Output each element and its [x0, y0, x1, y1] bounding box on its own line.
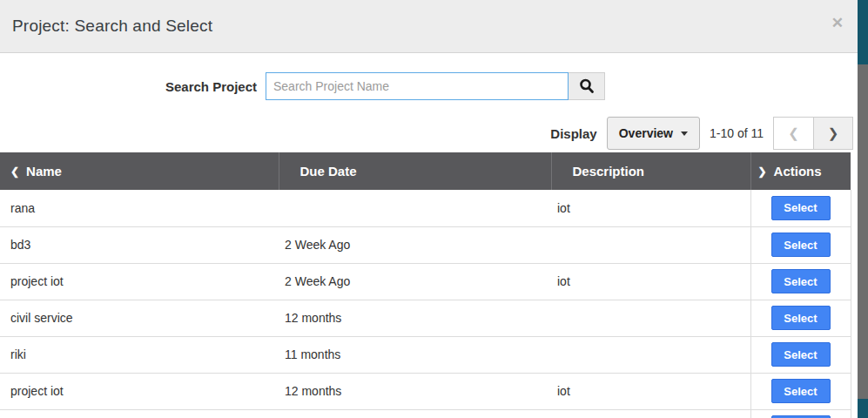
- table-row: riki 11 months Select: [0, 336, 851, 373]
- display-dropdown-value: Overview: [619, 126, 673, 140]
- cell-actions: Select: [750, 263, 851, 300]
- table-row: project iot 2 Week Ago iot Select: [0, 263, 851, 300]
- column-header-description[interactable]: Description: [551, 152, 750, 190]
- cell-project-name: project iot: [0, 373, 279, 409]
- chevron-right-icon: ❯: [828, 125, 839, 141]
- cell-project-name: [0, 409, 279, 418]
- cell-due-date: 12 months: [279, 300, 551, 336]
- pagination-group: ❮ ❯: [773, 117, 853, 150]
- cell-description: [551, 409, 750, 418]
- column-label-actions: Actions: [774, 164, 822, 179]
- search-input-group: [266, 72, 605, 100]
- cell-due-date: 12 months: [279, 373, 551, 409]
- search-input[interactable]: [266, 72, 569, 100]
- next-page-button[interactable]: ❯: [813, 117, 853, 150]
- column-label-name: Name: [26, 164, 62, 179]
- table-row: Select: [0, 409, 851, 418]
- select-button[interactable]: Select: [771, 196, 831, 220]
- display-dropdown[interactable]: Overview: [607, 117, 700, 150]
- cell-due-date: 2 Week Ago: [279, 263, 551, 300]
- table-row: project iot 12 months iot Select: [0, 373, 851, 409]
- chevron-left-icon: ❮: [788, 125, 799, 141]
- cell-description: [551, 336, 750, 373]
- select-button[interactable]: Select: [771, 269, 831, 293]
- cell-project-name: project iot: [0, 263, 279, 300]
- cell-due-date: [279, 190, 551, 226]
- search-project-label: Search Project: [0, 79, 266, 94]
- search-button[interactable]: [569, 72, 605, 100]
- cell-actions: Select: [750, 336, 851, 373]
- column-label-description: Description: [573, 164, 645, 179]
- cell-actions: Select: [750, 190, 851, 226]
- close-icon[interactable]: ✕: [831, 16, 844, 30]
- cell-description: iot: [551, 373, 750, 409]
- collapse-left-icon[interactable]: ❮: [10, 165, 19, 178]
- cell-actions: Select: [750, 373, 851, 409]
- search-icon: [579, 78, 595, 94]
- cell-project-name: rana: [0, 190, 279, 226]
- cell-actions: Select: [750, 300, 851, 336]
- cell-actions: Select: [750, 226, 851, 263]
- select-button[interactable]: Select: [771, 342, 831, 367]
- scrollbar-thumb[interactable]: [858, 64, 868, 399]
- cell-due-date: 2 Week Ago: [279, 226, 551, 263]
- cell-project-name: riki: [0, 336, 279, 373]
- project-select-modal: Project: Search and Select ✕ Search Proj…: [0, 0, 858, 418]
- cell-description: iot: [551, 190, 750, 226]
- select-button[interactable]: Select: [771, 306, 831, 330]
- display-row: Display Overview 1-10 of 11 ❮ ❯: [0, 117, 853, 150]
- pagination-range: 1-10 of 11: [710, 126, 764, 140]
- display-label: Display: [550, 126, 596, 141]
- table-header: ❮Name Due Date Description ❯Actions: [0, 152, 851, 190]
- column-header-actions[interactable]: ❯Actions: [750, 152, 851, 190]
- column-header-due-date[interactable]: Due Date: [279, 152, 551, 190]
- table-row: civil service 12 months Select: [0, 300, 851, 336]
- cell-project-name: civil service: [0, 300, 279, 336]
- cell-due-date: [279, 409, 551, 418]
- table-body: rana iot Select bd3 2 Week Ago Select pr…: [0, 190, 851, 418]
- chevron-down-icon: [681, 131, 688, 136]
- cell-description: iot: [551, 263, 750, 300]
- modal-header: Project: Search and Select ✕: [0, 0, 858, 53]
- cell-project-name: bd3: [0, 226, 279, 263]
- search-row: Search Project: [0, 72, 858, 100]
- previous-page-button[interactable]: ❮: [773, 117, 813, 150]
- select-button[interactable]: Select: [771, 379, 831, 403]
- select-button[interactable]: Select: [771, 233, 831, 257]
- collapse-right-icon[interactable]: ❯: [758, 165, 767, 178]
- table-row: bd3 2 Week Ago Select: [0, 226, 851, 263]
- cell-description: [551, 226, 750, 263]
- table-row: rana iot Select: [0, 190, 851, 226]
- projects-table: ❮Name Due Date Description ❯Actions rana…: [0, 152, 851, 418]
- cell-due-date: 11 months: [279, 336, 551, 373]
- cell-description: [551, 300, 750, 336]
- column-label-due-date: Due Date: [300, 164, 357, 179]
- column-header-name[interactable]: ❮Name: [0, 152, 279, 190]
- page-background-edge: [858, 0, 868, 418]
- cell-actions: Select: [750, 409, 851, 418]
- modal-title: Project: Search and Select: [12, 17, 212, 36]
